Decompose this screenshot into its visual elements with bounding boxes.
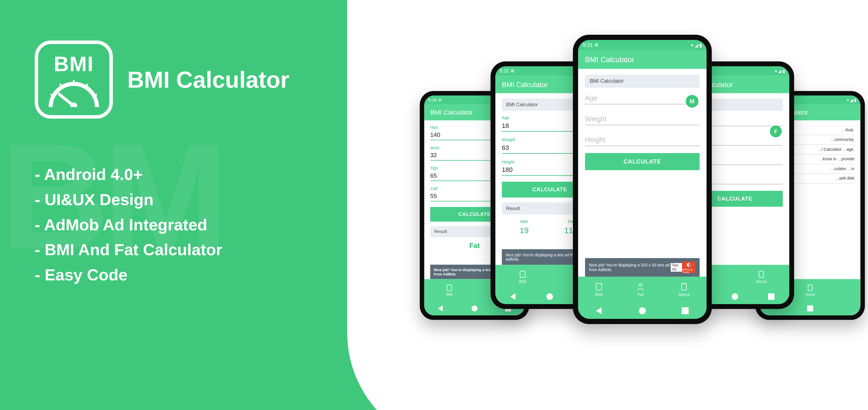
nav-about[interactable]: About [805,284,815,296]
recents-button[interactable] [768,293,774,300]
nav-fat[interactable]: Fat [637,283,645,297]
feature-item: - BMI And Fat Calculator [35,237,222,262]
logo-bmi-text: BMI [54,52,94,76]
home-button[interactable] [472,306,478,312]
back-button[interactable] [438,306,444,312]
feature-item: - AdMob Ad Integrated [35,212,222,238]
weight-input[interactable]: Weight [585,114,700,125]
bmi-result: 19 [520,226,529,235]
svg-rect-9 [520,271,525,278]
svg-rect-17 [808,285,812,290]
android-nav-bar [578,303,707,319]
svg-rect-11 [596,283,602,290]
gender-female-chip[interactable]: F [770,126,782,137]
feature-item: - Easy Code [35,262,222,288]
home-button[interactable] [639,307,646,314]
svg-point-12 [640,284,642,286]
home-button[interactable] [732,293,738,300]
svg-rect-16 [759,271,764,278]
bottom-nav: BMI Fat About [578,277,707,303]
status-icons: ▾ ◢ ▮ [775,69,785,74]
feature-list: - Android 4.0+ - UI&UX Design - AdMob Ad… [35,162,222,288]
nav-bmi[interactable]: BMI [519,270,526,284]
age-input[interactable]: Age [585,93,700,104]
status-icons: ▾ ◢ ▮ [847,97,857,102]
feature-item: - Android 4.0+ [35,162,222,187]
status-icons: ▾ ◢ ▮ [691,42,702,48]
section-header: BMI Calculator [585,75,700,88]
recents-button[interactable] [807,306,813,312]
marketing-panel: BM BMI BMI Calculator - Android 4.0+ - U… [0,0,391,410]
nav-about[interactable]: About [756,270,767,284]
height-input[interactable]: Height [585,134,700,146]
feature-item: - UI&UX Design [35,187,222,212]
calculate-button[interactable]: CALCULATE [585,153,700,170]
back-button[interactable] [510,293,517,300]
nav-bmi[interactable]: BMI [595,283,603,297]
nav-bmi[interactable]: BMI [446,284,453,296]
gender-male-chip[interactable]: M [686,95,699,107]
gauge-icon [48,78,100,107]
nav-about[interactable]: About [679,283,690,297]
status-time: 9:34 ✲ [428,97,442,103]
app-bar-title: BMI Calculator [578,50,707,69]
status-time: 9:31 ✲ [583,42,599,48]
phone-mockups: 9:34 ✲ ▾ ◢ ▮ BMI Calculator Hips140 Wris… [411,29,862,390]
test-ad-tag: Test Ad [671,263,682,272]
app-logo-badge: BMI [35,40,113,119]
admob-banner[interactable]: Nice job! You're displaying a 320 x 50 t… [585,258,700,277]
status-bar: 9:31 ✲ ▾ ◢ ▮ [578,40,707,50]
home-button[interactable] [547,293,553,300]
result-label: BMI [520,219,529,224]
admob-icon: ◐AdMob by Google [682,261,695,273]
recents-button[interactable] [682,307,689,314]
status-time: 9:32 ✲ [500,68,515,74]
phone-mockup-3: 9:31 ✲ ▾ ◢ ▮ BMI Calculator BMI Calculat… [573,35,712,324]
svg-rect-7 [447,285,452,290]
svg-line-6 [59,94,74,106]
back-button[interactable] [596,307,603,314]
app-title: BMI Calculator [127,67,289,93]
